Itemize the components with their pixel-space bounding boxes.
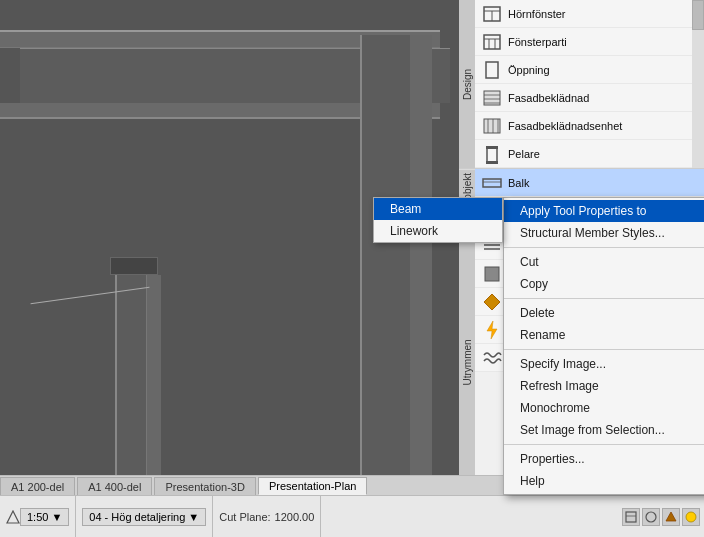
ctx-delete[interactable]: Delete (504, 302, 704, 324)
svg-marker-31 (666, 512, 676, 521)
ctx-specify-image[interactable]: Specify Image... (504, 353, 704, 375)
cut-plane-label: Cut Plane: (219, 511, 270, 523)
svg-rect-28 (626, 512, 636, 522)
statusbar-cutplane-section: Cut Plane: 1200.00 (213, 496, 321, 537)
ctx-monochrome[interactable]: Monochrome (504, 397, 704, 419)
tab-a1-400[interactable]: A1 400-del (77, 477, 152, 495)
ctx-sep-2 (504, 298, 704, 299)
palette-item-hornfonster[interactable]: Hörnfönster (475, 0, 692, 28)
pelare-label: Pelare (508, 148, 540, 160)
cut-plane-value: 1200.00 (275, 511, 315, 523)
hornfonster-icon (481, 4, 503, 24)
svg-rect-19 (483, 179, 501, 187)
svg-rect-3 (484, 35, 500, 49)
waves-icon (481, 348, 503, 368)
svg-rect-18 (486, 161, 498, 164)
column-right-side (410, 35, 432, 495)
fasadbeklenhet-icon (481, 116, 503, 136)
statusbar-detail-section: 04 - Hög detaljering ▼ (76, 496, 213, 537)
fasadbekl-icon (481, 88, 503, 108)
column-left-side (147, 275, 161, 495)
ctx-properties[interactable]: Properties... (504, 448, 704, 470)
ctx-refresh-image[interactable]: Refresh Image (504, 375, 704, 397)
design-scrollbar[interactable] (692, 0, 704, 168)
ctx-structural-styles[interactable]: Structural Member Styles... (504, 222, 704, 244)
design-scrollbar-thumb[interactable] (692, 0, 704, 30)
palette-item-pelare[interactable]: Pelare (475, 140, 692, 168)
lightning-icon (481, 320, 503, 340)
oppning-icon (481, 60, 503, 80)
svg-point-30 (646, 512, 656, 522)
svg-marker-27 (7, 511, 19, 523)
detail-dropdown-btn[interactable]: 04 - Hög detaljering ▼ (82, 508, 206, 526)
palette-item-fasadbekl[interactable]: Fasadbeklädnad (475, 84, 692, 112)
section-items-design: Hörnfönster Fönsterparti Öppning (475, 0, 692, 168)
ctx-apply-tool[interactable]: Apply Tool Properties to (504, 200, 704, 222)
svg-rect-16 (487, 148, 497, 162)
fasadbekl-label: Fasadbeklädnad (508, 92, 589, 104)
beam-linework-popup: Beam Linework (373, 197, 503, 243)
ctx-set-image[interactable]: Set Image from Selection... (504, 419, 704, 441)
palette-item-fasadbeklenhet[interactable]: Fasadbeklädnadsenhet (475, 112, 692, 140)
linework-popup-item[interactable]: Linework (374, 220, 502, 242)
detail-value: 04 - Hög detaljering (89, 511, 185, 523)
svg-point-32 (686, 512, 696, 522)
svg-marker-25 (484, 294, 500, 310)
ctx-sep-1 (504, 247, 704, 248)
svg-marker-26 (487, 321, 497, 339)
column-left (115, 275, 147, 495)
svg-rect-17 (486, 146, 498, 149)
beam-popup-item[interactable]: Beam (374, 198, 502, 220)
scene-background (0, 0, 460, 495)
statusbar: 1:50 ▼ 04 - Hög detaljering ▼ Cut Plane:… (0, 495, 704, 537)
fasadbeklenhet-label: Fasadbeklädnadsenhet (508, 120, 622, 132)
block-icon (481, 264, 503, 284)
ctx-rename[interactable]: Rename (504, 324, 704, 346)
status-icon-4[interactable] (682, 508, 700, 526)
pelare-icon (481, 144, 503, 164)
statusbar-scale-section: 1:50 ▼ (0, 496, 76, 537)
diamond-icon (481, 292, 503, 312)
tab-pres-plan[interactable]: Presentation-Plan (258, 477, 367, 495)
ctx-cut[interactable]: Cut (504, 251, 704, 273)
svg-rect-7 (486, 62, 498, 78)
balk-icon (481, 173, 503, 193)
ctx-help[interactable]: Help (504, 470, 704, 492)
section-label-utrymmen[interactable]: Utrymmen (459, 232, 475, 494)
detail-chevron: ▼ (188, 511, 199, 523)
status-icon-3[interactable] (662, 508, 680, 526)
ctx-copy[interactable]: Copy (504, 273, 704, 295)
ctx-sep-4 (504, 444, 704, 445)
oppning-label: Öppning (508, 64, 550, 76)
scale-chevron: ▼ (51, 511, 62, 523)
palette-item-balk[interactable]: Balk (475, 169, 704, 197)
context-menu: Apply Tool Properties to Structural Memb… (503, 197, 704, 495)
ctx-sep-3 (504, 349, 704, 350)
hornfonster-label: Hörnfönster (508, 8, 565, 20)
palette-item-oppning[interactable]: Öppning (475, 56, 692, 84)
palette-item-fonsterparti[interactable]: Fönsterparti (475, 28, 692, 56)
status-icon-1[interactable] (622, 508, 640, 526)
scale-value: 1:50 (27, 511, 48, 523)
balk-label: Balk (508, 177, 529, 189)
svg-rect-24 (485, 267, 499, 281)
scale-dropdown-btn[interactable]: 1:50 ▼ (20, 508, 69, 526)
fonsterparti-icon (481, 32, 503, 52)
column-base (110, 257, 158, 275)
tab-a1-200[interactable]: A1 200-del (0, 477, 75, 495)
tab-pres-3d[interactable]: Presentation-3D (154, 477, 256, 495)
section-label-design[interactable]: Design (459, 0, 475, 168)
status-icon-2[interactable] (642, 508, 660, 526)
column-right (360, 35, 410, 495)
statusbar-icons (618, 496, 704, 537)
palette-section-design: Design Hörnfönster Fönsterparti (459, 0, 704, 169)
fonsterparti-label: Fönsterparti (508, 36, 567, 48)
statusbar-scale-icon (6, 510, 20, 524)
